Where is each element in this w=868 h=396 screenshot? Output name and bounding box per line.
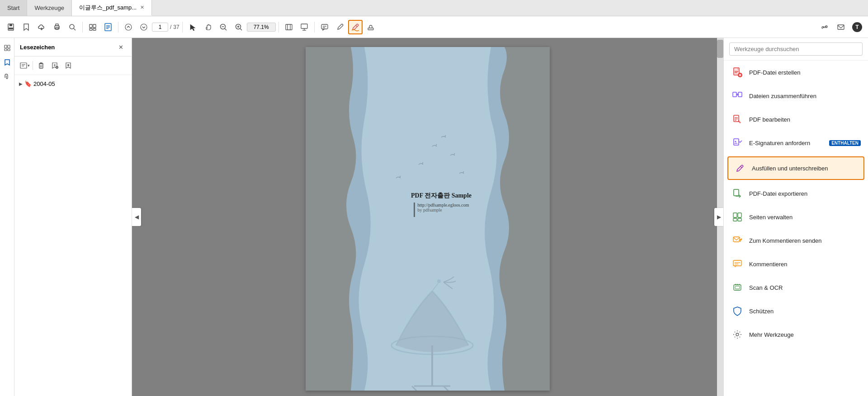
account-button[interactable]: T	[850, 20, 864, 34]
zoom-in-button[interactable]	[231, 20, 246, 34]
svg-rect-90	[738, 213, 741, 217]
svg-rect-46	[8, 49, 10, 51]
cloud-button[interactable]	[34, 20, 49, 34]
bookmark-properties-button[interactable]	[62, 59, 75, 72]
bookmark-item[interactable]: ▶ 🔖 2004-05	[18, 79, 128, 89]
svg-rect-45	[5, 49, 7, 51]
page-nav: / 37	[152, 23, 179, 32]
tool-export-pdf[interactable]: PDF-Datei exportieren	[724, 182, 868, 205]
left-panel-pages[interactable]	[1, 42, 14, 54]
bookmark-delete-button[interactable]	[35, 59, 47, 72]
right-tools-panel: PDF-Datei erstellen Dateien zusammenführ…	[723, 38, 868, 396]
toolbar-right: T	[817, 20, 864, 34]
tool-create-pdf-label: PDF-Datei erstellen	[749, 69, 861, 76]
svg-rect-6	[56, 24, 58, 26]
tool-esign-badge: ENTHALTEN	[829, 140, 861, 146]
tab-bar: Start Werkzeuge 이글루스_pdf_samp... ✕	[0, 0, 868, 16]
svg-rect-29	[286, 24, 292, 30]
tool-pages[interactable]: Seiten verwalten	[724, 205, 868, 229]
fit-page-button[interactable]	[282, 20, 296, 34]
bookmark-add-button[interactable]	[19, 20, 33, 34]
svg-rect-87	[734, 189, 739, 196]
svg-marker-3	[24, 24, 28, 30]
svg-point-103	[736, 333, 739, 336]
svg-rect-13	[90, 28, 92, 30]
pdf-viewer[interactable]: ◀	[132, 38, 723, 396]
tab-start[interactable]: Start	[0, 0, 27, 16]
svg-point-19	[125, 24, 132, 30]
left-panel-attachments[interactable]	[1, 71, 14, 83]
tool-edit-pdf[interactable]: PDF bearbeiten	[724, 108, 868, 131]
left-panel-bookmarks[interactable]	[1, 56, 14, 69]
email-button[interactable]	[834, 20, 848, 34]
page-input[interactable]	[152, 23, 168, 32]
svg-rect-48	[20, 63, 27, 68]
tool-comment-send-label: Zum Kommentieren senden	[749, 237, 861, 244]
svg-rect-2	[9, 28, 13, 29]
bookmark-view-dropdown[interactable]: ▾	[18, 59, 31, 72]
annotation-button[interactable]	[333, 20, 347, 34]
tool-protect-label: Schützen	[749, 308, 861, 315]
tools-search-input[interactable]	[729, 42, 863, 56]
page-up-button[interactable]	[121, 20, 136, 34]
organize-pages-button[interactable]	[85, 20, 100, 34]
svg-rect-74	[735, 72, 737, 73]
stamp-button[interactable]	[363, 20, 378, 34]
hand-tool-button[interactable]	[201, 20, 215, 34]
print-button[interactable]	[50, 20, 64, 34]
presentation-button[interactable]	[297, 20, 311, 34]
tool-scan-ocr[interactable]: Scan & OCR	[724, 276, 868, 299]
doc-type-button[interactable]	[101, 20, 115, 34]
bookmark-item-icon: 🔖	[24, 80, 32, 87]
tool-comment-send-icon	[731, 234, 744, 247]
tool-scan-ocr-label: Scan & OCR	[749, 284, 861, 291]
svg-text:T: T	[855, 24, 859, 30]
zoom-out-button[interactable]	[216, 20, 231, 34]
svg-point-65	[437, 279, 441, 283]
tool-merge[interactable]: Dateien zusammenführen	[724, 84, 868, 108]
search-button[interactable]	[65, 20, 80, 34]
svg-line-38	[356, 25, 357, 27]
svg-rect-91	[733, 218, 737, 221]
svg-rect-89	[733, 213, 737, 217]
svg-rect-73	[735, 71, 738, 72]
svg-marker-21	[190, 24, 195, 31]
tab-werkzeuge[interactable]: Werkzeuge	[27, 0, 72, 16]
link-button[interactable]	[817, 20, 832, 34]
bookmark-close-button[interactable]: ✕	[115, 42, 126, 52]
tab-document[interactable]: 이글루스_pdf_samp... ✕	[72, 0, 152, 16]
tool-comment[interactable]: Kommentieren	[724, 252, 868, 276]
pdf-scrollbar-thumb[interactable]	[717, 40, 723, 58]
tab-close-button[interactable]: ✕	[140, 5, 144, 10]
tool-fill-sign-icon	[734, 162, 746, 174]
tab-document-label: 이글루스_pdf_samp...	[79, 4, 137, 12]
save-button[interactable]	[4, 20, 18, 34]
svg-rect-1	[9, 24, 12, 26]
tool-create-pdf[interactable]: PDF-Datei erstellen	[724, 61, 868, 84]
tool-edit-pdf-icon	[731, 113, 744, 126]
right-search-container	[724, 38, 868, 61]
select-tool-button[interactable]	[185, 20, 200, 34]
bookmark-add-new-button[interactable]	[48, 59, 61, 72]
tool-more-tools[interactable]: Mehr Werkzeuge	[724, 323, 868, 346]
svg-line-24	[225, 28, 226, 30]
svg-point-9	[70, 24, 74, 29]
tool-protect[interactable]: Schützen	[724, 299, 868, 323]
tool-comment-send[interactable]: Zum Kommentieren senden	[724, 229, 868, 252]
page-down-button[interactable]	[137, 20, 151, 34]
separator-3	[182, 22, 183, 33]
bookmark-expand-icon[interactable]: ▶	[19, 81, 23, 86]
comment-button[interactable]	[317, 20, 332, 34]
pdf-scroll-right-button[interactable]: ▶	[714, 208, 723, 226]
pdf-scroll-left-button[interactable]: ◀	[132, 208, 141, 226]
zoom-value-button[interactable]: 77.1%	[247, 23, 276, 32]
svg-point-85	[735, 141, 736, 142]
bookmark-list: ▶ 🔖 2004-05	[14, 75, 132, 396]
svg-rect-93	[733, 237, 740, 242]
svg-point-20	[141, 24, 147, 30]
fill-sign-toolbar-button[interactable]	[348, 20, 363, 34]
main-content: Lesezeichen ✕ ▾ ▶ 🔖	[0, 38, 868, 396]
tool-esign[interactable]: E-Signaturen anfordern ENTHALTEN	[724, 131, 868, 155]
tool-fill-sign[interactable]: Ausfüllen und unterschreiben	[727, 156, 864, 180]
svg-line-28	[240, 28, 242, 30]
